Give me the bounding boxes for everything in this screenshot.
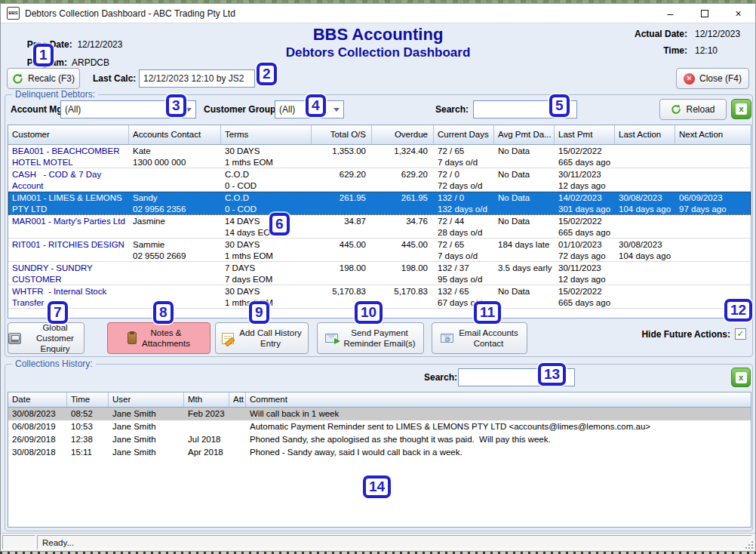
history-row[interactable]: 30/08/202308:52Jane SmithFeb 2023 Will c… <box>8 408 751 420</box>
callout-12: 12 <box>724 299 752 322</box>
column-header: Last Pmt <box>555 125 615 144</box>
cell-user: Jane Smith <box>109 420 184 433</box>
cell-last_action <box>615 145 675 168</box>
account-mgr-value: (All) <box>65 104 81 115</box>
cell-contact <box>129 168 221 191</box>
cell-overdue: 34.76 <box>372 215 434 238</box>
history-row[interactable]: 06/08/201910:53Jane Smith Automatic Paym… <box>8 420 751 433</box>
action-buttons: Global CustomerEnquiryNotes &Attachments… <box>8 322 527 354</box>
minimize-button[interactable]: – <box>653 4 687 23</box>
close-button[interactable]: ✕ Close (F4) <box>676 68 749 89</box>
cell-terms: 30 DAYS1 mths EOM <box>221 239 312 261</box>
hide-future-actions-checkbox[interactable]: ✓ <box>735 328 746 340</box>
table-row[interactable]: BEA001 - BEACHCOMBERHOTEL MOTELKate1300 … <box>8 145 751 168</box>
cell-customer: BEA001 - BEACHCOMBERHOTEL MOTEL <box>8 145 129 168</box>
resize-grip-icon[interactable] <box>745 540 754 549</box>
history-row[interactable]: 26/09/201812:38Jane SmithJul 2018 Phoned… <box>8 433 751 446</box>
excel-export-button[interactable]: x <box>731 368 751 387</box>
column-header: Mth <box>184 392 229 407</box>
reload-button[interactable]: Reload <box>659 99 727 120</box>
close-window-button[interactable]: × <box>721 4 755 23</box>
callout-3: 3 <box>166 94 186 117</box>
cell-next_action: 06/09/202397 days ago <box>675 192 751 214</box>
actual-date-value: 12/12/2023 <box>695 29 749 39</box>
table-row[interactable]: LIM001 - LIMES & LEMONSPTY LTDSandy02 99… <box>8 192 751 215</box>
recalc-label: Recalc (F3) <box>28 73 75 84</box>
callout-2: 2 <box>257 63 277 85</box>
table-row[interactable]: SUNDRY - SUNDRYCUSTOMER 7 DAYS7 days EOM… <box>8 262 751 285</box>
cell-contact <box>129 285 221 308</box>
button-label: Add Call HistoryEntry <box>239 328 301 349</box>
cell-current_days: 72 / 4428 days o/d <box>434 215 494 238</box>
cell-date: 30/08/2018 <box>8 446 67 459</box>
button-label: Notes &Attachments <box>142 328 190 349</box>
table-row[interactable]: CASH - COD & 7 DayAccount C.O.D0 - COD62… <box>8 168 751 192</box>
cell-next_action <box>675 262 751 285</box>
client-area: Proc Date: 12/12/2023 Program: ARPDCB BB… <box>1 23 755 551</box>
callout-10: 10 <box>355 301 383 324</box>
excel-export-button[interactable]: x <box>731 99 751 119</box>
cell-comment: Phoned - Sandy away, said I would call b… <box>246 446 751 459</box>
debtor-header-row: CustomerAccounts ContactTermsTotal O/SOv… <box>8 125 751 145</box>
cell-last_action <box>615 285 675 308</box>
cell-avg_pmt: 3.5 days early <box>494 262 555 285</box>
column-header: Customer <box>8 125 129 144</box>
cell-comment: Automatic Payment Reminder sent to LIMES… <box>246 420 751 433</box>
cell-total_os: 1,353.00 <box>312 145 372 168</box>
column-header: Time <box>67 392 109 407</box>
callout-14: 14 <box>363 476 391 498</box>
cell-last_action: 30/08/2023104 days ago <box>615 239 675 261</box>
cell-next_action <box>675 145 751 168</box>
app-icon: BBS <box>7 7 20 20</box>
cell-last_pmt: 15/02/2022665 days ago <box>555 285 615 308</box>
email-accounts-contact-button[interactable]: Email AccountsContact <box>432 322 527 354</box>
cell-last_action <box>615 262 675 285</box>
cell-next_action <box>675 215 751 238</box>
maximize-button[interactable] <box>687 4 721 23</box>
cell-avg_pmt: No Data <box>494 168 555 191</box>
actual-date-label: Actual Date: <box>635 29 687 39</box>
status-message: Ready... <box>37 535 752 549</box>
add-call-history-icon <box>222 333 234 344</box>
cell-contact: Jasmine <box>129 215 221 238</box>
chevron-down-icon <box>186 108 192 112</box>
add-call-history-button[interactable]: Add Call HistoryEntry <box>215 322 309 354</box>
cell-last_pmt: 01/10/202372 days ago <box>555 239 615 261</box>
status-bar: Ready... <box>1 533 755 551</box>
cell-avg_pmt: 184 days late <box>494 239 555 261</box>
send-payment-reminder-icon <box>325 334 338 343</box>
cell-total_os: 261.95 <box>312 192 372 214</box>
cell-total_os: 445.00 <box>312 239 372 261</box>
cell-current_days: 132 / 3795 days o/d <box>434 262 494 285</box>
table-row[interactable]: RIT001 - RITCHIES DESIGN Sammie02 9550 2… <box>8 239 751 262</box>
collections-history-group-label: Collections History: <box>12 359 96 369</box>
close-label: Close (F4) <box>699 73 742 84</box>
history-row[interactable]: 30/08/201815:11Jane SmithApr 2018 Phoned… <box>8 446 751 459</box>
cell-date: 26/09/2018 <box>8 433 67 446</box>
recalc-button[interactable]: Recalc (F3) <box>7 68 80 89</box>
close-icon: ✕ <box>684 73 695 85</box>
callout-7: 7 <box>48 301 68 324</box>
button-label: Global CustomerEnquiry <box>26 322 84 354</box>
table-row[interactable]: MAR001 - Marty's Parties Ltd Jasmine 14 … <box>8 215 751 239</box>
cell-total_os: 34.87 <box>312 215 372 238</box>
send-payment-reminder-button[interactable]: Send PaymentReminder Email(s) <box>317 322 424 354</box>
time-value: 12:10 <box>695 45 749 56</box>
history-table: DateTimeUserMthAttComment 30/08/202308:5… <box>8 392 751 528</box>
email-accounts-contact-icon <box>441 334 453 343</box>
customer-group-value: (All) <box>279 104 295 115</box>
cell-overdue: 261.95 <box>372 192 434 214</box>
column-header: Overdue <box>372 125 434 144</box>
cell-current_days: 72 / 657 days o/d <box>434 239 494 261</box>
last-calc-field[interactable]: 12/12/2023 12:10 by JS2 <box>139 69 255 88</box>
customer-enquiry-button[interactable]: Global CustomerEnquiry <box>8 322 85 354</box>
customer-group-label: Customer Group: <box>204 104 278 115</box>
column-header: Att <box>229 392 246 407</box>
chevron-down-icon <box>333 108 340 112</box>
column-header: Last Action <box>615 125 675 144</box>
cell-comment: Phoned Sandy, she apologised as she thou… <box>246 433 751 446</box>
notes-attachments-icon <box>128 332 137 344</box>
notes-attachments-button[interactable]: Notes &Attachments <box>107 322 211 354</box>
cell-comment: Will call back in 1 week <box>246 408 751 420</box>
cell-att <box>229 420 246 433</box>
